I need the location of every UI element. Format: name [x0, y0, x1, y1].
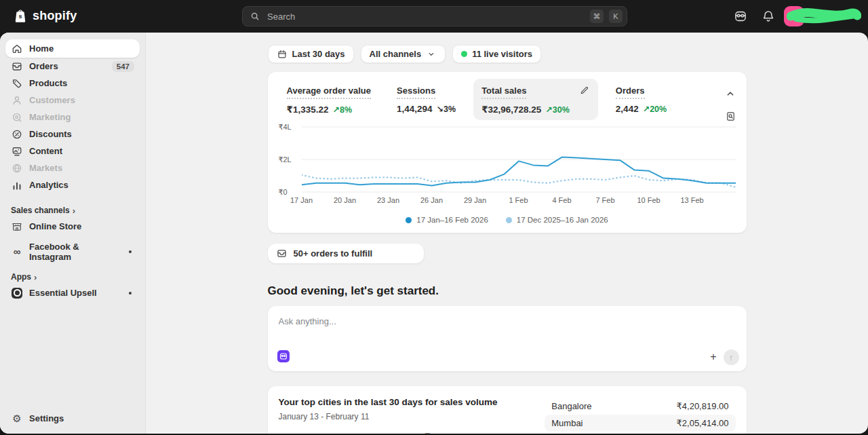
search-input[interactable] — [266, 11, 585, 22]
workspace: HomeOrders547ProductsCustomersMarketingD… — [0, 33, 868, 434]
x-axis-tick: 20 Jan — [334, 196, 356, 204]
x-axis-tick: 7 Feb — [595, 196, 614, 204]
sidebar-item-label: Facebook & Instagram — [29, 242, 123, 262]
notifications-bell-icon[interactable] — [761, 9, 776, 24]
ask-anything-input[interactable] — [277, 316, 740, 327]
sidebar-item-essential-upsell[interactable]: Essential Upsell — [5, 284, 140, 301]
metric-value: 1,44,294 — [397, 104, 433, 114]
insight-segment: ₹128.03K — [425, 432, 464, 434]
metric-tiles: Average order value₹1,335.22↗8%Sessions1… — [279, 79, 736, 120]
ask-anything-card: + ↑ — [268, 306, 747, 371]
chevron-right-icon: › — [73, 206, 75, 216]
sidebar-item-home[interactable]: Home — [5, 39, 140, 58]
insight-segment: Chennai — [279, 432, 313, 434]
metric-value: ₹1,335.22 — [287, 104, 329, 115]
sidebar-item-marketing[interactable]: Marketing — [5, 109, 140, 126]
y-axis-tick: ₹4L — [279, 123, 292, 132]
global-search[interactable]: ⌘ K — [242, 6, 627, 26]
sidebar-item-label: Products — [29, 78, 67, 88]
sidebar-item-online-store[interactable]: Online Store — [5, 218, 140, 235]
x-axis-tick: 4 Feb — [552, 196, 571, 204]
sidebar-main-nav: HomeOrders547ProductsCustomersMarketingD… — [5, 39, 140, 193]
sidebar-item-label: Content — [29, 146, 62, 156]
city-sales-value: ₹4,20,819.00 — [677, 401, 729, 411]
chevron-down-icon — [426, 49, 437, 60]
orders-to-fulfill-button[interactable]: 50+ orders to fulfill — [268, 244, 424, 263]
calendar-icon — [277, 49, 288, 60]
home-icon — [11, 43, 23, 55]
chart-legend: 17 Jan–16 Feb 202617 Dec 2025–16 Jan 202… — [279, 216, 736, 224]
metric-label: Sessions — [397, 86, 435, 99]
x-axis-tick: 23 Jan — [377, 196, 399, 204]
metric-label: Average order value — [287, 86, 372, 99]
sidebar-item-label: Home — [29, 43, 54, 54]
upsell-icon — [11, 287, 23, 299]
sidebar-item-content[interactable]: Content — [5, 143, 140, 159]
top-cities-card: Your top cities in the last 30 days for … — [268, 386, 747, 434]
discounts-icon — [11, 128, 23, 140]
sidebar-item-discounts[interactable]: Discounts — [5, 126, 140, 143]
x-axis-tick: 10 Feb — [637, 196, 660, 204]
legend-item: 17 Jan–16 Feb 2026 — [406, 216, 488, 224]
city-row-bangalore: Bangalore₹4,20,819.00 — [545, 398, 735, 415]
metric-label: Orders — [616, 86, 645, 99]
legend-label: 17 Dec 2025–16 Jan 2026 — [517, 216, 608, 224]
shopify-bag-icon: s — [12, 7, 28, 24]
metric-tile-sessions[interactable]: Sessions1,44,294↘3% — [389, 79, 464, 120]
sidekick-icon[interactable] — [733, 9, 748, 24]
top-cities-table: Bangalore₹4,20,819.00Mumbai₹2,05,414.00P… — [545, 397, 735, 434]
sidebar-header-sales-channels[interactable]: Sales channels› — [5, 203, 140, 218]
sidebar-item-label: Analytics — [29, 180, 68, 190]
view-report-icon[interactable] — [725, 111, 736, 122]
content-icon — [11, 145, 23, 157]
x-axis-tick: 29 Jan — [464, 196, 486, 204]
ask-add-button[interactable]: + — [710, 352, 716, 362]
chevron-right-icon: › — [34, 272, 37, 282]
chart-x-axis: 17 Jan20 Jan23 Jan26 Jan29 Jan1 Feb4 Feb… — [302, 196, 736, 206]
shopify-wordmark: shopify — [33, 9, 77, 23]
edit-pencil-icon[interactable] — [579, 85, 590, 96]
top-cities-insight: Chennai moved to 4th place, driving ₹128… — [279, 430, 545, 434]
top-cities-date-range: January 13 - February 11 — [279, 412, 545, 421]
metric-tile-orders[interactable]: Orders2,442↗20% — [608, 79, 675, 120]
sidebar-item-analytics[interactable]: Analytics — [5, 176, 140, 193]
city-row-mumbai: Mumbai₹2,05,414.00 — [545, 415, 735, 432]
y-axis-tick: ₹0 — [279, 188, 288, 197]
x-axis-tick: 1 Feb — [509, 196, 528, 204]
store-avatar[interactable] — [784, 6, 804, 26]
chart-plot-area — [302, 126, 736, 193]
legend-item: 17 Dec 2025–16 Jan 2026 — [506, 216, 608, 224]
sidebar-item-settings[interactable]: ⚙ Settings — [5, 410, 140, 427]
metric-tile-total-sales[interactable]: Total sales₹32,96,728.25↗30% — [473, 79, 598, 120]
products-icon — [11, 77, 23, 90]
live-visitors-button[interactable]: 11 live visitors — [452, 45, 541, 63]
metric-value: ₹32,96,728.25 — [481, 104, 541, 115]
sales-chart: ₹4L₹2L₹0 — [279, 126, 736, 193]
sidebar-header-apps[interactable]: Apps› — [5, 269, 140, 284]
kbd-k: K — [609, 10, 623, 23]
collapse-chevron-up-icon[interactable] — [724, 88, 736, 100]
customers-icon — [11, 94, 23, 107]
shopify-logo[interactable]: s shopify — [12, 7, 77, 24]
orders-icon — [11, 60, 23, 73]
sidebar-item-label: Markets — [29, 163, 62, 173]
store-icon — [11, 221, 23, 233]
sidebar-item-products[interactable]: Products — [5, 75, 140, 92]
sidebar-item-markets[interactable]: Markets — [5, 159, 140, 176]
marketing-icon — [11, 111, 23, 124]
sidebar-item-orders[interactable]: Orders547 — [5, 58, 140, 75]
legend-dot — [406, 217, 412, 223]
sidebar-item-label: Marketing — [29, 112, 71, 122]
search-icon — [250, 11, 260, 22]
city-name: Mumbai — [551, 418, 583, 428]
metric-tile-average-order-value[interactable]: Average order value₹1,335.22↗8% — [279, 79, 380, 120]
orders-inbox-icon — [276, 248, 288, 259]
date-range-button[interactable]: Last 30 days — [268, 45, 354, 63]
city-row-pune: Pune₹1,82,580.52 — [545, 432, 735, 434]
sidebar-item-label: Discounts — [29, 129, 72, 139]
sidebar-item-customers[interactable]: Customers — [5, 92, 140, 109]
live-visitors-dot — [461, 51, 467, 57]
sidebar-item-facebook-instagram[interactable]: ∞Facebook & Instagram — [5, 243, 140, 260]
ask-send-button[interactable]: ↑ — [724, 349, 739, 365]
channels-dropdown[interactable]: All channels — [361, 45, 446, 63]
